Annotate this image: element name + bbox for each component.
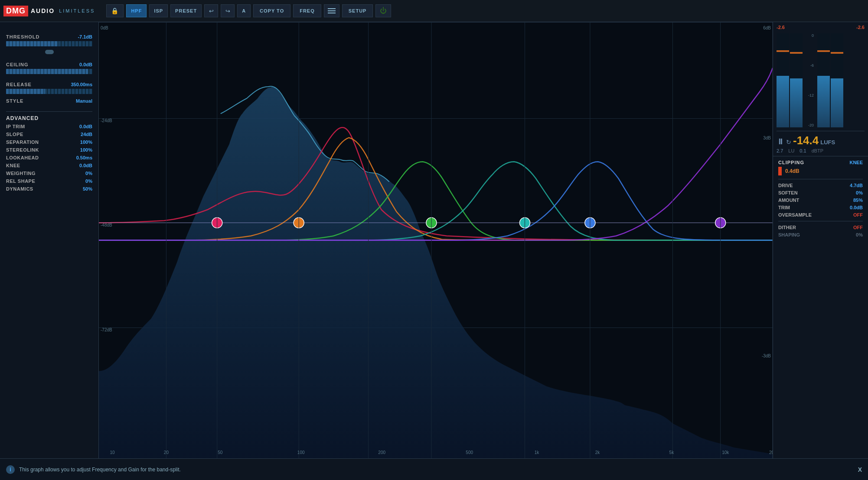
soften-value: 0%: [856, 190, 863, 195]
main-area: THRESHOLD -7.1dB CEILING 0.0dB RELEASE 3…: [0, 22, 868, 458]
spectrum-area[interactable]: 0dB -24dB -48dB -72dB 6dB 3dB -3dB: [99, 22, 773, 458]
drive-value: 4.7dB: [850, 183, 863, 188]
clipping-value: 0.4dB: [785, 168, 799, 174]
hpf-button[interactable]: HPF: [126, 4, 147, 17]
separation-row: SEPARATION 100%: [6, 139, 92, 145]
stereolink-row: STEREOLINK 100%: [6, 147, 92, 152]
lu-unit: LU: [788, 148, 794, 153]
isp-button[interactable]: ISP: [149, 4, 168, 17]
ceiling-value: 0.0dB: [79, 62, 92, 67]
left-meter-group: [777, 33, 803, 127]
preset-button[interactable]: PRESET: [170, 4, 202, 17]
logo-limitless: LIMITLESS: [59, 8, 95, 13]
logo-audio: AUDIO: [31, 7, 55, 14]
slope-value: 24dB: [81, 132, 92, 137]
right-meter-peak-2: [831, 52, 843, 54]
clipping-bar: [778, 167, 782, 175]
ceiling-slider[interactable]: [6, 69, 92, 74]
scale-6: -6: [810, 63, 814, 68]
info-icon[interactable]: i: [6, 465, 15, 474]
knee-row: KNEE 0.0dB: [6, 163, 92, 168]
oversample-label: OVERSAMPLE: [778, 212, 812, 217]
meter-peak-left: -2.6: [777, 25, 785, 30]
release-value: 350.00ms: [71, 82, 92, 87]
link-icon[interactable]: [45, 50, 54, 54]
ip-trim-value: 0.0dB: [79, 124, 92, 129]
rel-shape-value: 0%: [85, 178, 92, 184]
right-params: CLIPPING KNEE 0.4dB DRIVE 4.7dB SOFTEN 0…: [773, 156, 868, 458]
divider-2: [778, 221, 863, 221]
setup-button[interactable]: SETUP: [342, 4, 373, 17]
scale-12: -12: [808, 93, 814, 97]
release-row: RELEASE 350.00ms: [6, 78, 92, 87]
left-panel: THRESHOLD -7.1dB CEILING 0.0dB RELEASE 3…: [0, 22, 99, 458]
soften-row: SOFTEN 0%: [778, 190, 863, 195]
logo-dmg: DMG: [3, 6, 28, 16]
weighting-row: WEIGHTING 0%: [6, 171, 92, 176]
release-slider[interactable]: [6, 89, 92, 94]
lookahead-row: LOOKAHEAD 0.50ms: [6, 155, 92, 160]
left-meter-peak-1: [777, 50, 789, 52]
freq-10k: 10k: [722, 450, 729, 455]
power-button[interactable]: ⏻: [375, 4, 391, 17]
topbar: DMG AUDIO LIMITLESS 🔒 HPF ISP PRESET ↩ ↪…: [0, 0, 868, 22]
dbtp-unit: dBTP: [812, 148, 824, 153]
scale-0: 0: [812, 33, 814, 38]
slope-row: SLOPE 24dB: [6, 132, 92, 137]
left-meter-bar-1: [777, 33, 789, 127]
drive-label: DRIVE: [778, 183, 793, 188]
menu-line-2: [328, 10, 336, 11]
right-meter-bar-2: [831, 33, 843, 127]
scale-20: -20: [808, 123, 814, 127]
lufs-sub-row: 2.7 LU 0.1 dBTP: [777, 148, 865, 153]
lufs-main-row: ⏸ ↻ -14.4 LUFS: [777, 134, 865, 147]
right-meter-peak-1: [817, 50, 830, 52]
freq-100: 100: [297, 450, 305, 455]
ip-trim-row: IP TRIM 0.0dB: [6, 124, 92, 129]
left-meter-fill-1: [777, 76, 789, 127]
pause-icon: ⏸: [777, 137, 784, 146]
close-button[interactable]: X: [858, 466, 862, 473]
undo-button[interactable]: ↩: [204, 4, 218, 17]
release-label: RELEASE: [6, 82, 32, 87]
redo-button[interactable]: ↪: [221, 4, 235, 17]
shaping-row: SHAPING 0%: [778, 232, 863, 237]
lock-button[interactable]: 🔒: [106, 4, 124, 17]
meter-labels-row: -2.6 -2.6: [777, 25, 865, 30]
lu-value: 2.7: [777, 148, 783, 153]
lufs-unit: LUFS: [820, 139, 835, 146]
a-button[interactable]: A: [237, 4, 251, 17]
style-row: STYLE Manual: [6, 98, 92, 104]
ceiling-fill: [6, 69, 88, 74]
weighting-value: 0%: [85, 171, 92, 176]
freq-button[interactable]: FREQ: [293, 4, 321, 17]
style-label: STYLE: [6, 98, 23, 104]
knee-value: 0.0dB: [79, 163, 92, 168]
trim-label: TRIM: [778, 205, 790, 210]
dynamics-row: DYNAMICS 50%: [6, 186, 92, 191]
lufs-section: ⏸ ↻ -14.4 LUFS 2.7 LU 0.1 dBTP: [777, 131, 865, 153]
threshold-label: THRESHOLD: [6, 34, 39, 39]
right-meter-fill-1: [817, 76, 830, 127]
dither-value: OFF: [853, 225, 863, 230]
release-track: [6, 89, 92, 94]
knee-title: KNEE: [849, 160, 863, 165]
menu-button[interactable]: [324, 4, 339, 17]
divider-1: [778, 179, 863, 179]
copy-to-button[interactable]: COPY TO: [253, 4, 290, 17]
freq-50: 50: [218, 450, 222, 455]
freq-200: 200: [378, 450, 385, 455]
slope-label: SLOPE: [6, 132, 23, 137]
clipping-header: CLIPPING KNEE: [778, 160, 863, 165]
oversample-value: OFF: [853, 212, 863, 217]
left-meter-peak-2: [790, 52, 803, 54]
right-meter-group: [817, 33, 843, 127]
lookahead-label: LOOKAHEAD: [6, 155, 39, 160]
threshold-track: [6, 41, 92, 46]
threshold-slider[interactable]: [6, 41, 92, 46]
meter-peak-right: -2.6: [856, 25, 865, 30]
meter-scale: 0 -6 -12 -20: [805, 33, 815, 127]
dynamics-label: DYNAMICS: [6, 186, 33, 191]
shaping-label: SHAPING: [778, 232, 800, 237]
dbtp-value: 0.1: [799, 148, 806, 153]
